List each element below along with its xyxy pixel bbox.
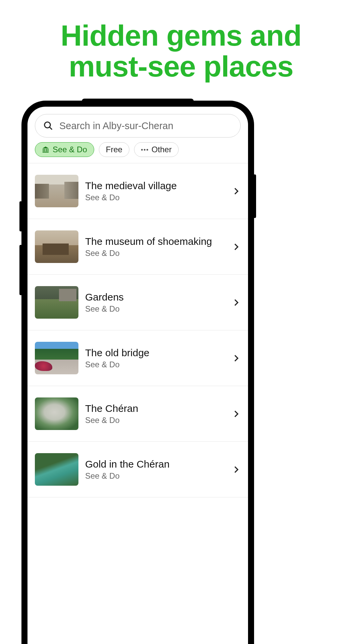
list-item-category: See & Do — [85, 249, 225, 258]
phone-notch — [82, 99, 194, 103]
list-text: The old bridgeSee & Do — [85, 347, 225, 369]
list-thumbnail — [35, 286, 78, 319]
list-item-title: Gold in the Chéran — [85, 459, 225, 470]
list-item[interactable]: GardensSee & Do — [27, 275, 248, 330]
chevron-right-icon — [232, 465, 241, 474]
list-thumbnail — [35, 342, 78, 374]
chevron-right-icon — [232, 243, 241, 251]
list-item-category: See & Do — [85, 471, 225, 481]
list-item-category: See & Do — [85, 360, 225, 369]
list-item-category: See & Do — [85, 193, 225, 202]
svg-rect-2 — [43, 149, 44, 151]
list-text: The medieval villageSee & Do — [85, 180, 225, 202]
list-text: The ChéranSee & Do — [85, 403, 225, 425]
filter-row: See & Do Free Other — [27, 142, 248, 163]
hero-title-line1: Hidden gems and — [61, 19, 301, 52]
phone-button-vol-down — [19, 245, 22, 295]
phone-screen: Search in Alby-sur-Cheran See & Do Free … — [27, 107, 248, 644]
filter-chip-free[interactable]: Free — [99, 142, 129, 157]
svg-rect-5 — [48, 149, 48, 151]
svg-line-1 — [50, 127, 52, 130]
svg-point-0 — [45, 122, 51, 128]
list-text: The museum of shoemakingSee & Do — [85, 236, 225, 258]
filter-chip-label: Free — [106, 145, 122, 154]
phone-frame: Search in Alby-sur-Cheran See & Do Free … — [21, 101, 254, 644]
chevron-right-icon — [232, 187, 241, 196]
list-item-title: The Chéran — [85, 403, 225, 414]
list-item[interactable]: The museum of shoemakingSee & Do — [27, 219, 248, 275]
search-placeholder: Search in Alby-sur-Cheran — [59, 120, 173, 131]
list-text: Gold in the ChéranSee & Do — [85, 459, 225, 481]
svg-rect-6 — [43, 152, 49, 152]
list-item[interactable]: The ChéranSee & Do — [27, 386, 248, 442]
list-item[interactable]: Gold in the ChéranSee & Do — [27, 442, 248, 497]
filter-chip-label: See & Do — [53, 145, 87, 154]
chevron-right-icon — [232, 410, 241, 418]
svg-rect-3 — [44, 149, 45, 151]
list-thumbnail — [35, 175, 78, 207]
phone-button-vol-up — [19, 201, 22, 231]
list-thumbnail — [35, 453, 78, 486]
filter-chip-see-do[interactable]: See & Do — [35, 142, 94, 157]
list-item-title: The medieval village — [85, 180, 225, 192]
hero-title: Hidden gems and must-see places — [0, 0, 362, 82]
museum-icon — [42, 146, 49, 153]
list-item-title: The old bridge — [85, 347, 225, 359]
list-text: GardensSee & Do — [85, 291, 225, 314]
search-icon — [43, 121, 53, 131]
list-item-category: See & Do — [85, 304, 225, 314]
list-thumbnail — [35, 230, 78, 263]
list-item[interactable]: The medieval villageSee & Do — [27, 163, 248, 219]
hero-title-line2: must-see places — [69, 50, 293, 83]
list-item-title: The museum of shoemaking — [85, 236, 225, 247]
list-item[interactable]: The old bridgeSee & Do — [27, 330, 248, 386]
search-input[interactable]: Search in Alby-sur-Cheran — [35, 114, 241, 138]
list-item-category: See & Do — [85, 416, 225, 425]
phone-button-power — [253, 174, 256, 218]
chevron-right-icon — [232, 298, 241, 307]
svg-rect-4 — [46, 149, 47, 151]
chevron-right-icon — [232, 354, 241, 363]
list-item-title: Gardens — [85, 291, 225, 303]
places-list: The medieval villageSee & DoThe museum o… — [27, 163, 248, 497]
list-thumbnail — [35, 397, 78, 430]
more-icon — [141, 149, 148, 151]
filter-chip-other[interactable]: Other — [134, 142, 179, 157]
filter-chip-label: Other — [152, 145, 172, 154]
